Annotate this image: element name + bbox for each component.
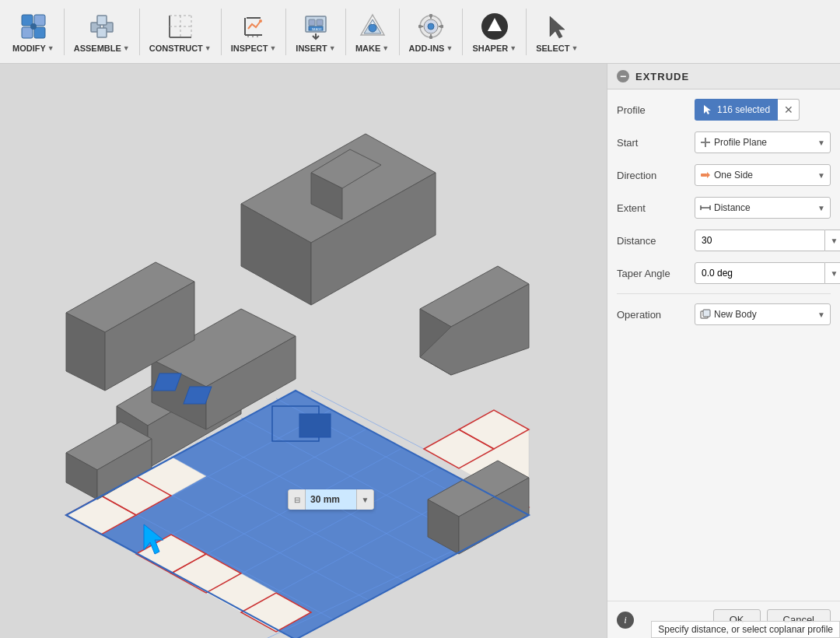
status-text: Specify distance, or select coplanar pro… bbox=[658, 624, 833, 635]
inspect-icon bbox=[238, 11, 269, 42]
svg-point-18 bbox=[259, 19, 262, 23]
inspect-label: INSPECT ▼ bbox=[231, 44, 277, 53]
extent-label: Extent bbox=[617, 202, 695, 214]
distance-arrow[interactable]: ▼ bbox=[825, 230, 840, 251]
svg-rect-8 bbox=[97, 28, 107, 37]
toolbar-inspect[interactable]: INSPECT ▼ bbox=[225, 3, 283, 61]
addins-icon bbox=[415, 11, 446, 42]
operation-value-text: New Body bbox=[700, 309, 757, 320]
svg-rect-41 bbox=[418, 25, 422, 28]
3d-scene bbox=[0, 64, 607, 638]
distance-label: Distance bbox=[617, 235, 695, 247]
divider-5 bbox=[345, 9, 346, 55]
divider-6 bbox=[399, 9, 400, 55]
construct-label: CONSTRUCT ▼ bbox=[149, 44, 212, 53]
taper-angle-input[interactable] bbox=[695, 262, 825, 284]
divider-7 bbox=[462, 9, 463, 55]
start-control: Profile Plane ▼ bbox=[695, 131, 831, 153]
divider-4 bbox=[285, 9, 286, 55]
taper-angle-control: ▼ bbox=[695, 262, 840, 284]
taper-angle-row: Taper Angle ▼ bbox=[617, 261, 831, 286]
svg-text:IMAGE: IMAGE bbox=[312, 27, 322, 31]
extent-control: Distance ▼ bbox=[695, 197, 831, 219]
svg-rect-42 bbox=[440, 25, 443, 28]
insert-label: INSERT ▼ bbox=[296, 44, 335, 53]
direction-control: One Side ▼ bbox=[695, 164, 831, 186]
start-value: Profile Plane bbox=[700, 137, 767, 148]
taper-angle-label: Taper Angle bbox=[617, 268, 695, 279]
svg-marker-115 bbox=[707, 172, 710, 178]
operation-control: New Body ▼ bbox=[695, 303, 831, 325]
profile-value: 116 selected bbox=[717, 104, 770, 115]
extent-row: Extent Distance ▼ bbox=[617, 195, 831, 220]
statusbar: Specify distance, or select coplanar pro… bbox=[651, 621, 840, 638]
extrude-header: − EXTRUDE bbox=[607, 64, 840, 89]
modify-icon bbox=[18, 11, 49, 42]
operation-select[interactable]: New Body ▼ bbox=[695, 303, 831, 325]
toolbar-construct[interactable]: CONSTRUCT ▼ bbox=[143, 3, 218, 61]
svg-point-30 bbox=[369, 24, 376, 32]
svg-point-34 bbox=[428, 23, 434, 30]
svg-rect-7 bbox=[97, 16, 107, 25]
make-icon bbox=[357, 11, 388, 42]
select-label: SELECT ▼ bbox=[536, 44, 578, 53]
dimension-input[interactable]: 30 mm bbox=[306, 489, 356, 510]
divider-8 bbox=[526, 9, 527, 55]
distance-row: Distance ▼ bbox=[617, 228, 831, 253]
svg-marker-45 bbox=[550, 16, 565, 38]
main-area: ⊟ 30 mm ▼ − EXTRUDE Profile 116 selected bbox=[0, 64, 840, 638]
start-row: Start Profile Plane ▼ bbox=[617, 130, 831, 155]
toolbar-make[interactable]: MAKE ▼ bbox=[349, 3, 396, 61]
svg-rect-1 bbox=[34, 15, 45, 26]
profile-label: Profile bbox=[617, 104, 695, 116]
toolbar-select[interactable]: SELECT ▼ bbox=[530, 3, 584, 61]
profile-row: Profile 116 selected ✕ bbox=[617, 97, 831, 122]
svg-rect-24 bbox=[317, 19, 323, 26]
start-select[interactable]: Profile Plane ▼ bbox=[695, 131, 831, 153]
direction-value-text: One Side bbox=[700, 170, 753, 181]
addins-label: ADD-INS ▼ bbox=[409, 44, 453, 53]
collapse-button[interactable]: − bbox=[617, 70, 629, 82]
svg-point-4 bbox=[30, 23, 37, 30]
divider-1 bbox=[64, 9, 65, 55]
insert-icon: IMAGE bbox=[300, 11, 331, 42]
distance-icon bbox=[700, 202, 711, 213]
operation-chevron: ▼ bbox=[817, 310, 825, 319]
svg-rect-114 bbox=[701, 174, 707, 177]
new-body-icon bbox=[700, 309, 711, 320]
svg-rect-40 bbox=[429, 36, 432, 39]
direction-label: Direction bbox=[617, 170, 695, 181]
profile-clear-button[interactable]: ✕ bbox=[778, 99, 800, 121]
direction-row: Direction One Side ▼ bbox=[617, 163, 831, 188]
distance-input[interactable] bbox=[695, 230, 825, 251]
select-icon bbox=[541, 11, 572, 42]
profile-plane-icon bbox=[700, 137, 711, 148]
start-chevron: ▼ bbox=[817, 138, 825, 147]
start-label: Start bbox=[617, 137, 695, 149]
one-side-icon bbox=[700, 170, 711, 181]
toolbar-assemble[interactable]: ASSEMBLE ▼ bbox=[68, 3, 136, 61]
direction-select[interactable]: One Side ▼ bbox=[695, 164, 831, 186]
toolbar-modify[interactable]: MODIFY ▼ bbox=[6, 3, 61, 61]
svg-rect-23 bbox=[309, 19, 315, 26]
svg-rect-120 bbox=[703, 310, 710, 317]
extent-select[interactable]: Distance ▼ bbox=[695, 197, 831, 219]
modify-label: MODIFY ▼ bbox=[12, 44, 54, 53]
dimension-overlay: ⊟ 30 mm ▼ bbox=[288, 489, 374, 510]
toolbar-insert[interactable]: IMAGE INSERT ▼ bbox=[289, 3, 341, 61]
extent-chevron: ▼ bbox=[817, 204, 825, 212]
svg-rect-0 bbox=[22, 15, 33, 26]
extent-value-text: Distance bbox=[700, 202, 751, 213]
taper-arrow[interactable]: ▼ bbox=[825, 262, 840, 284]
svg-rect-39 bbox=[429, 14, 432, 17]
profile-select-button[interactable]: 116 selected bbox=[695, 99, 778, 121]
divider-3 bbox=[221, 9, 222, 55]
distance-control: ▼ bbox=[695, 230, 840, 251]
info-button[interactable]: i bbox=[617, 612, 634, 629]
toolbar-addins[interactable]: ADD-INS ▼ bbox=[403, 3, 460, 61]
assemble-icon bbox=[86, 11, 117, 42]
direction-chevron: ▼ bbox=[817, 171, 825, 180]
toolbar-shaper[interactable]: SHAPER ▼ bbox=[466, 3, 523, 61]
dim-expand-btn[interactable]: ▼ bbox=[356, 489, 373, 510]
viewport[interactable]: ⊟ 30 mm ▼ bbox=[0, 64, 607, 638]
